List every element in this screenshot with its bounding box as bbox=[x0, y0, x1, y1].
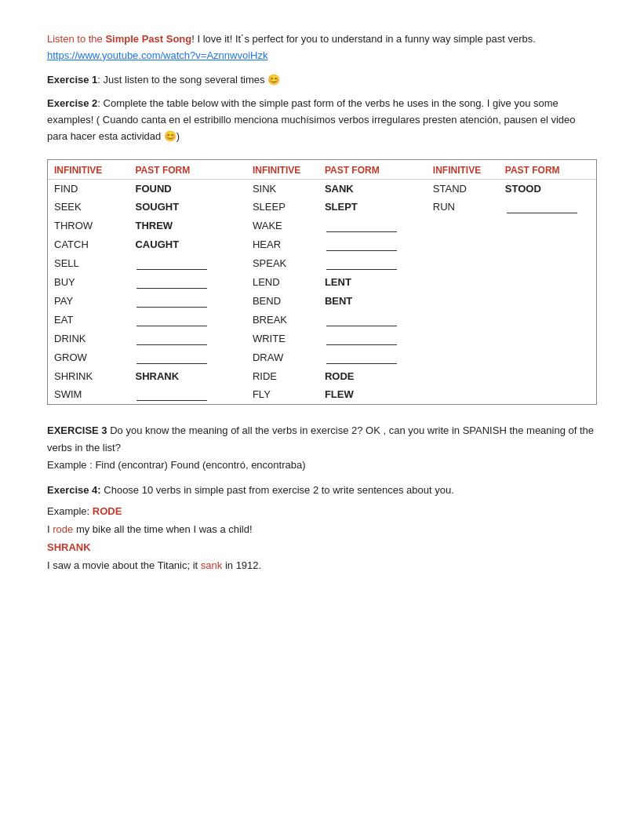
table-row: FINDFOUNDSINKSANKSTANDSTOOD bbox=[48, 179, 596, 198]
inf3-cell bbox=[427, 330, 499, 348]
ex2-label: Exercise 2 bbox=[47, 97, 97, 109]
blank-past2 bbox=[326, 333, 397, 345]
past2-cell: BENT bbox=[318, 292, 427, 311]
table-row: DRINK WRITE bbox=[48, 330, 596, 348]
exercise-4-block: Exercise 4: Choose 10 verbs in simple pa… bbox=[47, 482, 597, 499]
intro-paragraph: Listen to the Simple Past Song! I love i… bbox=[47, 31, 597, 64]
ex3-label: EXERCISE 3 bbox=[47, 424, 107, 436]
inf1-cell: SWIM bbox=[48, 385, 129, 404]
past3-cell bbox=[499, 254, 596, 273]
blank-past2 bbox=[326, 314, 397, 326]
past2-cell bbox=[318, 235, 427, 254]
blank-past2 bbox=[326, 220, 397, 232]
table-row: EAT BREAK bbox=[48, 311, 596, 330]
blank-past3 bbox=[507, 201, 577, 213]
past3-cell bbox=[499, 348, 596, 367]
verb-table-container: INFINITIVE PAST FORM INFINITIVE PAST FOR… bbox=[47, 159, 597, 405]
past3-cell bbox=[499, 198, 596, 217]
ex4-sentence2-text: I saw a movie about the Titanic; it sank… bbox=[47, 559, 261, 571]
blank-past1 bbox=[136, 333, 207, 345]
inf1-cell: FIND bbox=[48, 179, 129, 198]
inf3-cell bbox=[427, 367, 499, 385]
col1-past-header: PAST FORM bbox=[129, 160, 246, 180]
inf2-cell: BEND bbox=[246, 292, 318, 311]
table-row: GROW DRAW bbox=[48, 348, 596, 367]
blank-past1 bbox=[136, 314, 207, 326]
past2-cell: SANK bbox=[318, 179, 427, 198]
inf3-cell bbox=[427, 235, 499, 254]
ex4-text: Choose 10 verbs in simple past from exer… bbox=[104, 484, 454, 496]
blank-past1 bbox=[136, 351, 207, 364]
blank-past1 bbox=[136, 276, 207, 289]
past3-cell bbox=[499, 385, 596, 404]
past2-cell: FLEW bbox=[318, 385, 427, 404]
ex3-example-label: Example : bbox=[47, 459, 95, 471]
past1-cell bbox=[129, 311, 246, 330]
inf3-cell: STAND bbox=[427, 179, 499, 198]
inf1-cell: PAY bbox=[48, 292, 129, 311]
past2-cell: SLEPT bbox=[318, 198, 427, 217]
ex1-text: : Just listen to the song several times … bbox=[97, 74, 280, 86]
past2-cell bbox=[318, 311, 427, 330]
past3-cell bbox=[499, 367, 596, 385]
past2-cell bbox=[318, 217, 427, 235]
ex2-text: : Complete the table below with the simp… bbox=[47, 97, 575, 142]
past1-cell bbox=[129, 273, 246, 292]
past2-cell: RODE bbox=[318, 367, 427, 385]
inf2-cell: FLY bbox=[246, 385, 318, 404]
past3-cell bbox=[499, 311, 596, 330]
ex4-rode-word: RODE bbox=[93, 505, 122, 517]
table-row: SWIM FLYFLEW bbox=[48, 385, 596, 404]
past1-cell bbox=[129, 292, 246, 311]
inf3-cell bbox=[427, 292, 499, 311]
past1-cell bbox=[129, 330, 246, 348]
exercise-1-block: Exercise 1: Just listen to the song seve… bbox=[47, 72, 597, 89]
col1-inf-header: INFINITIVE bbox=[48, 160, 129, 180]
col3-inf-header: INFINITIVE bbox=[427, 160, 499, 180]
past1-cell: FOUND bbox=[129, 179, 246, 198]
inf1-cell: SHRINK bbox=[48, 367, 129, 385]
table-row: THROWTHREWWAKE bbox=[48, 217, 596, 235]
inf3-cell bbox=[427, 217, 499, 235]
table-row: SHRINKSHRANKRIDERODE bbox=[48, 367, 596, 385]
inf3-cell bbox=[427, 385, 499, 404]
past1-cell: SHRANK bbox=[129, 367, 246, 385]
inf2-cell: BREAK bbox=[246, 311, 318, 330]
past1-cell: SOUGHT bbox=[129, 198, 246, 217]
past1-cell bbox=[129, 254, 246, 273]
ex4-label: Exercise 4: bbox=[47, 484, 104, 496]
past2-cell bbox=[318, 254, 427, 273]
inf1-cell: DRINK bbox=[48, 330, 129, 348]
past1-cell: THREW bbox=[129, 217, 246, 235]
inf2-cell: SINK bbox=[246, 179, 318, 198]
inf2-cell: LEND bbox=[246, 273, 318, 292]
blank-past2 bbox=[326, 239, 397, 251]
col3-past-header: PAST FORM bbox=[499, 160, 596, 180]
ex4-sentence1-text: I rode my bike all the time when I was a… bbox=[47, 523, 253, 535]
table-row: SELL SPEAK bbox=[48, 254, 596, 273]
ex4-example1: Example: RODE bbox=[47, 505, 597, 517]
inf1-cell: EAT bbox=[48, 311, 129, 330]
inf2-cell: WRITE bbox=[246, 330, 318, 348]
col2-past-header: PAST FORM bbox=[318, 160, 427, 180]
ex4-example1-label: Example: bbox=[47, 505, 93, 517]
ex3-text: Do you know the meaning of all the verbs… bbox=[47, 424, 594, 453]
inf3-cell: RUN bbox=[427, 198, 499, 217]
past3-cell bbox=[499, 217, 596, 235]
col2-inf-header: INFINITIVE bbox=[246, 160, 318, 180]
past1-cell: CAUGHT bbox=[129, 235, 246, 254]
intro-song-title: Simple Past Song bbox=[105, 33, 191, 45]
blank-past1 bbox=[136, 257, 207, 270]
inf2-cell: DRAW bbox=[246, 348, 318, 367]
intro-listen: Listen to the bbox=[47, 33, 105, 45]
past2-cell: LENT bbox=[318, 273, 427, 292]
blank-past1 bbox=[136, 295, 207, 308]
ex4-rode-inline: rode bbox=[53, 523, 73, 535]
past2-cell bbox=[318, 348, 427, 367]
ex4-example2-word: SHRANK bbox=[47, 541, 597, 553]
exercise-2-block: Exercise 2: Complete the table below wit… bbox=[47, 96, 597, 144]
past3-cell: STOOD bbox=[499, 179, 596, 198]
verb-table: INFINITIVE PAST FORM INFINITIVE PAST FOR… bbox=[48, 160, 596, 404]
youtube-link[interactable]: https://www.youtube.com/watch?v=Aznnwvoi… bbox=[47, 49, 267, 61]
inf1-cell: GROW bbox=[48, 348, 129, 367]
